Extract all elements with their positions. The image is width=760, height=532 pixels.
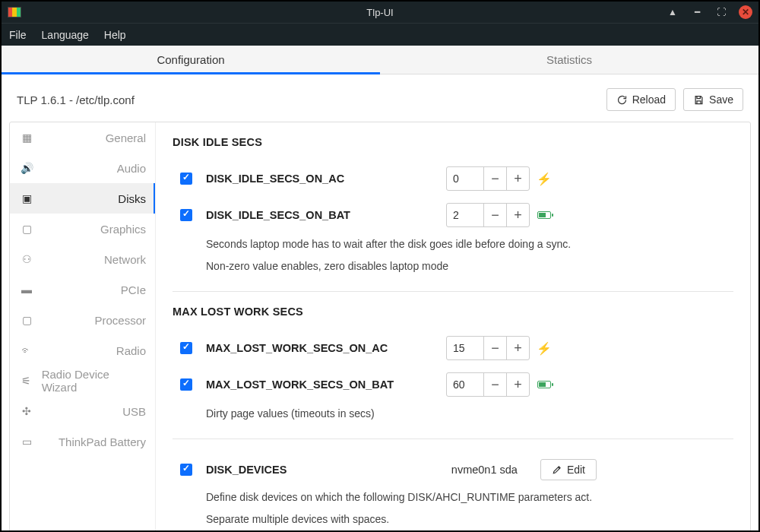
tab-statistics-label: Statistics [546,53,592,66]
checkbox[interactable] [180,378,192,391]
increment-button[interactable]: + [506,372,529,397]
reload-label: Reload [632,93,666,106]
menubar: File Language Help [2,23,758,46]
number-input[interactable]: 2 − + [446,203,530,227]
reload-button[interactable]: Reload [606,88,676,111]
help-text: Seconds laptop mode has to wait after th… [173,233,733,255]
edit-button[interactable]: Edit [540,459,597,480]
number-value[interactable]: 15 [447,342,483,354]
monitor-icon: ▢ [19,223,34,235]
sidebar-item-label: PCIe [121,283,146,296]
sidebar-item-label: Audio [117,162,146,175]
edit-label: Edit [567,464,585,476]
setting-label: MAX_LOST_WORK_SECS_ON_AC [206,342,388,354]
sidebar-item-usb[interactable]: ✣USB [10,396,155,426]
sidebar: ▦General 🔊Audio ▣Disks ▢Graphics ⚇Networ… [10,122,156,532]
sidebar-item-label: Disks [118,192,146,205]
window-titlebar: Tlp-UI ▲ ━ ⛶ ✕ [2,2,758,23]
tab-bar: Configuration Statistics [2,46,758,74]
decrement-button[interactable]: − [483,203,506,227]
config-path: TLP 1.6.1 - /etc/tlp.conf [17,93,135,106]
close-button[interactable]: ✕ [739,5,752,19]
increment-button[interactable]: + [506,336,529,360]
checkbox[interactable] [180,464,192,476]
increment-button[interactable]: + [506,203,529,227]
number-value[interactable]: 2 [447,209,483,221]
setting-label: MAX_LOST_WORK_SECS_ON_BAT [206,378,394,391]
ac-power-icon: ⚡ [537,172,551,186]
divider [173,439,733,439]
sidebar-item-disks[interactable]: ▣Disks [10,183,155,214]
decrement-button[interactable]: − [483,372,506,397]
disk-devices-value: nvme0n1 sda [451,464,518,476]
decrement-button[interactable]: − [483,166,506,191]
minimize-button[interactable]: ━ [690,5,704,19]
menu-help[interactable]: Help [104,29,126,41]
sidebar-item-general[interactable]: ▦General [10,122,155,153]
save-icon [693,94,705,106]
sidebar-item-label: Radio [116,344,146,357]
sidebar-item-label: General [106,131,146,144]
setting-max-lost-ac: MAX_LOST_WORK_SECS_ON_AC 15 − + ⚡ [173,330,733,366]
toolbar: TLP 1.6.1 - /etc/tlp.conf Reload Save [2,74,758,122]
eject-icon[interactable]: ▲ [666,5,679,19]
setting-label: DISK_IDLE_SECS_ON_BAT [206,209,350,221]
menu-language[interactable]: Language [42,29,89,41]
section-max-lost-title: MAX LOST WORK SECS [173,306,733,318]
save-label: Save [709,93,733,106]
setting-max-lost-bat: MAX_LOST_WORK_SECS_ON_BAT 60 − + [173,366,733,403]
battery-power-icon [537,381,551,388]
number-value[interactable]: 0 [447,173,483,185]
sidebar-item-audio[interactable]: 🔊Audio [10,153,155,183]
battery-power-icon [537,211,551,219]
usb-icon: ✣ [19,405,34,417]
sidebar-item-radio[interactable]: ᯤRadio [10,335,155,366]
sidebar-item-label: ThinkPad Battery [59,435,146,448]
card-icon: ▬ [19,283,34,296]
sidebar-item-network[interactable]: ⚇Network [10,244,155,274]
tab-configuration[interactable]: Configuration [2,46,380,74]
tab-statistics[interactable]: Statistics [380,46,758,74]
checkbox[interactable] [180,342,192,354]
battery-icon: ▭ [19,435,34,448]
maximize-button[interactable]: ⛶ [714,5,728,19]
checkbox[interactable] [180,173,192,185]
sidebar-item-radio-wizard[interactable]: ⚟Radio Device Wizard [10,366,155,396]
speaker-icon: 🔊 [19,162,34,174]
reload-icon [616,94,628,106]
ac-power-icon: ⚡ [537,341,551,356]
tab-configuration-label: Configuration [157,53,224,66]
divider [173,291,733,292]
sidebar-item-label: USB [122,405,146,418]
setting-label: DISK_IDLE_SECS_ON_AC [206,173,344,185]
sidebar-item-pcie[interactable]: ▬PCIe [10,274,155,305]
number-value[interactable]: 60 [447,378,483,391]
antenna-icon: ⚟ [19,375,34,387]
number-input[interactable]: 60 − + [446,372,530,397]
menu-file[interactable]: File [9,29,27,41]
checkbox[interactable] [180,209,192,221]
sidebar-item-label: Radio Device Wizard [42,368,146,394]
setting-disk-devices: DISK_DEVICES nvme0n1 sda Edit [173,453,733,486]
network-icon: ⚇ [19,253,34,265]
help-text: Separate multiple devices with spaces. [173,508,733,530]
sidebar-item-processor[interactable]: ▢Processor [10,305,155,335]
number-input[interactable]: 15 − + [446,336,530,360]
sidebar-item-label: Graphics [100,223,146,236]
setting-label: DISK_DEVICES [206,464,287,476]
section-disk-idle-title: DISK IDLE SECS [173,136,733,148]
help-text: Define disk devices on which the followi… [173,486,733,508]
settings-panel: DISK IDLE SECS DISK_IDLE_SECS_ON_AC 0 − … [156,122,750,532]
number-input[interactable]: 0 − + [446,166,530,191]
decrement-button[interactable]: − [483,336,506,360]
app-icon [8,7,21,17]
grid-icon: ▦ [19,131,34,144]
save-button[interactable]: Save [683,88,743,111]
sidebar-item-label: Network [104,253,146,266]
sidebar-item-graphics[interactable]: ▢Graphics [10,214,155,244]
cpu-icon: ▢ [19,314,34,326]
pencil-icon [552,464,562,475]
setting-disk-idle-bat: DISK_IDLE_SECS_ON_BAT 2 − + [173,197,733,233]
sidebar-item-thinkpad-battery[interactable]: ▭ThinkPad Battery [10,426,155,457]
increment-button[interactable]: + [506,166,529,191]
